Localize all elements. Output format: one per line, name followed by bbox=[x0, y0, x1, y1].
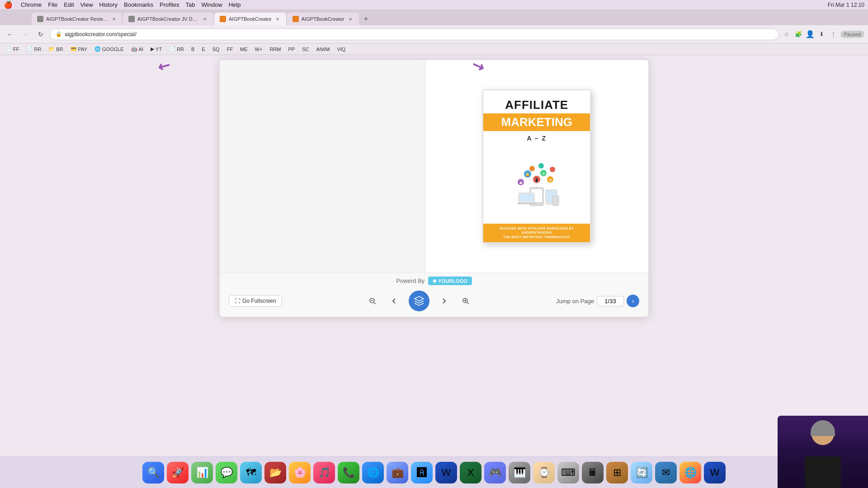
dock-watch[interactable]: ⌚ bbox=[533, 462, 555, 483]
forward-button[interactable]: → bbox=[19, 28, 32, 41]
bookmark-sq[interactable]: SQ bbox=[211, 46, 222, 53]
dock-facetime[interactable]: 📞 bbox=[338, 462, 359, 483]
profile-icon[interactable]: 👤 bbox=[805, 29, 815, 39]
menubar-tab[interactable]: Tab bbox=[185, 1, 195, 8]
bookmark-rr2[interactable]: 📄RR bbox=[167, 45, 186, 53]
bookmark-yt[interactable]: ▶YT bbox=[149, 45, 164, 53]
dock-maps[interactable]: 🗺 bbox=[240, 462, 262, 483]
bookmark-aiwm[interactable]: AIWM bbox=[314, 46, 331, 53]
menubar-right: Fri Mar 1 12:10 bbox=[828, 2, 864, 8]
dock-piano[interactable]: 🎹 bbox=[509, 462, 530, 483]
layers-button[interactable] bbox=[409, 291, 429, 311]
cover-title-section: AFFILIATE MARKETING A – Z bbox=[483, 90, 590, 147]
menubar-left: 🍎 Chrome File Edit View History Bookmark… bbox=[4, 0, 241, 9]
dock-chrome[interactable]: 🌐 bbox=[679, 462, 701, 483]
tab-4[interactable]: AIGPTBookCreator ✕ bbox=[287, 13, 359, 25]
menubar-help[interactable]: Help bbox=[229, 1, 241, 8]
dock-safari[interactable]: 🌐 bbox=[362, 462, 384, 483]
dock-activity[interactable]: 📊 bbox=[191, 462, 213, 483]
svg-marker-28 bbox=[415, 296, 424, 301]
powered-by-label: Powerd By bbox=[396, 277, 425, 284]
jump-go-button[interactable]: › bbox=[627, 295, 639, 307]
logo-icon: ◈ bbox=[433, 278, 436, 284]
dock-excel[interactable]: X bbox=[460, 462, 481, 483]
dock-word[interactable]: W bbox=[435, 462, 457, 483]
tab-close-3[interactable]: ✕ bbox=[274, 16, 281, 22]
menubar-bookmarks[interactable]: Bookmarks bbox=[124, 1, 153, 8]
layers-icon bbox=[414, 296, 425, 306]
bookmark-pay[interactable]: 💳PAY bbox=[69, 45, 89, 53]
tab-2[interactable]: AIGPTBookCreator JV Doc... ✕ bbox=[123, 13, 213, 25]
fullscreen-button[interactable]: ⛶ Go Fullscreen bbox=[229, 295, 282, 307]
svg-rect-4 bbox=[517, 203, 535, 204]
bookmark-ai[interactable]: 🤖AI bbox=[129, 45, 145, 53]
menubar-view[interactable]: View bbox=[80, 1, 93, 8]
bookmark-rr[interactable]: 📄RR bbox=[24, 45, 43, 53]
dock-mail[interactable]: ✉ bbox=[655, 462, 677, 483]
bookmark-pp[interactable]: PP bbox=[286, 46, 297, 53]
settings-icon[interactable]: ⋮ bbox=[829, 29, 839, 39]
bookmark-ff2[interactable]: FF bbox=[225, 46, 235, 53]
dock-launchpad[interactable]: 🚀 bbox=[167, 462, 189, 483]
fullscreen-label: Go Fullscreen bbox=[242, 298, 276, 304]
dock-appstore[interactable]: 🅰 bbox=[411, 462, 433, 483]
bookmark-wplus[interactable]: W+ bbox=[253, 46, 264, 53]
bookmark-google[interactable]: 🌐GOOGLE bbox=[93, 45, 126, 53]
svg-point-15 bbox=[550, 167, 555, 172]
svg-point-14 bbox=[538, 163, 544, 169]
bookmark-br[interactable]: 📁BR bbox=[47, 45, 65, 53]
bookmark-b[interactable]: B bbox=[189, 46, 196, 53]
dock-touchbar[interactable]: ⌨ bbox=[557, 462, 579, 483]
dock-photos[interactable]: 🌸 bbox=[289, 462, 311, 483]
dock-music[interactable]: 🎵 bbox=[313, 462, 335, 483]
address-bar[interactable]: 🔒 aigptbookcreator.com/special/ bbox=[50, 28, 779, 40]
menu-time: Fri Mar 1 12:10 bbox=[828, 2, 864, 8]
menubar-file[interactable]: File bbox=[48, 1, 57, 8]
tab-close-1[interactable]: ✕ bbox=[111, 16, 117, 22]
jump-page: Jump on Page › bbox=[556, 295, 639, 307]
prev-page-button[interactable] bbox=[387, 294, 401, 308]
star-icon[interactable]: ☆ bbox=[782, 29, 792, 39]
menubar-edit[interactable]: Edit bbox=[64, 1, 74, 8]
dock-filefolder[interactable]: 💼 bbox=[387, 462, 408, 483]
dock-discord[interactable]: 🎮 bbox=[484, 462, 506, 483]
dock-messages[interactable]: 💬 bbox=[216, 462, 237, 483]
dock-filezilla[interactable]: 📂 bbox=[264, 462, 286, 483]
next-page-button[interactable] bbox=[437, 294, 451, 308]
bookmark-sc[interactable]: SC bbox=[300, 46, 311, 53]
new-tab-button[interactable]: + bbox=[360, 13, 373, 25]
tab-close-2[interactable]: ✕ bbox=[202, 16, 208, 22]
prev-icon bbox=[391, 297, 398, 305]
dock: 🔍 🚀 📊 💬 🗺 📂 🌸 🎵 📞 🌐 💼 🅰 W X 🎮 🎹 ⌚ ⌨ 🖩 ⊞ … bbox=[0, 456, 868, 488]
book-page-right: AFFILIATE MARKETING A – Z bbox=[425, 60, 649, 272]
viewer-bottom: Powerd By ◈ YOURLOGO ⛶ Go Fullscreen bbox=[220, 272, 648, 317]
bookmark-ff[interactable]: 📄FF bbox=[4, 45, 21, 53]
tab-label-4: AIGPTBookCreator bbox=[302, 16, 344, 22]
bookmark-rrm[interactable]: RRM bbox=[268, 46, 283, 53]
dock-updater[interactable]: 🔄 bbox=[631, 462, 652, 483]
reload-button[interactable]: ↻ bbox=[34, 28, 47, 41]
bookmark-viq[interactable]: VIQ bbox=[335, 46, 347, 53]
page-input[interactable] bbox=[597, 296, 624, 306]
apple-menu[interactable]: 🍎 bbox=[4, 0, 13, 9]
download-icon[interactable]: ⬇ bbox=[817, 29, 827, 39]
tab-3[interactable]: AIGPTBookCreator ✕ bbox=[214, 13, 286, 25]
powered-by: Powerd By ◈ YOURLOGO bbox=[229, 277, 639, 285]
dock-calculator[interactable]: 🖩 bbox=[582, 462, 604, 483]
extensions-icon[interactable]: 🧩 bbox=[793, 29, 803, 39]
dock-apps[interactable]: ⊞ bbox=[606, 462, 628, 483]
bookmark-me[interactable]: ME bbox=[238, 46, 250, 53]
menubar-chrome[interactable]: Chrome bbox=[21, 1, 42, 8]
tab-1[interactable]: AIGPTBookCreator Review 2... ✕ bbox=[32, 13, 122, 25]
dock-word2[interactable]: W bbox=[704, 462, 726, 483]
svg-line-27 bbox=[374, 302, 376, 304]
menubar-profiles[interactable]: Profiles bbox=[160, 1, 179, 8]
menubar-window[interactable]: Window bbox=[201, 1, 222, 8]
bookmark-e[interactable]: E bbox=[200, 46, 207, 53]
zoom-out-button[interactable] bbox=[365, 294, 380, 308]
zoom-in-button[interactable] bbox=[458, 294, 473, 308]
tab-close-4[interactable]: ✕ bbox=[347, 16, 354, 22]
back-button[interactable]: ← bbox=[4, 28, 16, 41]
dock-finder[interactable]: 🔍 bbox=[142, 462, 164, 483]
menubar-history[interactable]: History bbox=[99, 1, 118, 8]
